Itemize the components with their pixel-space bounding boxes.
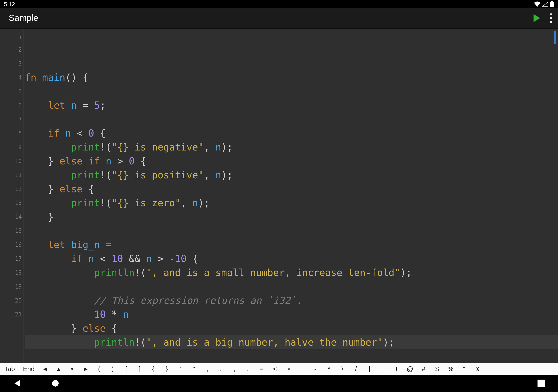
- nav-recent-button[interactable]: [538, 380, 545, 387]
- code-line[interactable]: print!("{} is positive", n);: [25, 168, 558, 182]
- line-number: 16: [0, 238, 22, 252]
- symbol-key[interactable]: }: [160, 363, 174, 375]
- run-button[interactable]: [532, 13, 541, 23]
- symbol-key[interactable]: @: [403, 363, 417, 375]
- symbol-key[interactable]: :: [241, 363, 255, 375]
- symbol-key[interactable]: |: [363, 363, 376, 375]
- symbol-key[interactable]: {: [147, 363, 160, 375]
- code-line[interactable]: fn main() {: [25, 71, 558, 85]
- svg-rect-1: [551, 1, 553, 2]
- code-line[interactable]: if n < 0 {: [25, 126, 558, 140]
- line-number: 6: [0, 98, 22, 112]
- line-number: 1: [0, 29, 22, 43]
- line-number: 5: [0, 85, 22, 98]
- line-number: 17: [0, 252, 22, 266]
- code-line[interactable]: [25, 349, 558, 363]
- symbol-key[interactable]: *: [322, 363, 336, 375]
- symbol-key[interactable]: >: [282, 363, 295, 375]
- code-line[interactable]: }: [25, 210, 558, 224]
- line-number: 20: [0, 294, 22, 307]
- symbol-key[interactable]: .: [214, 363, 227, 375]
- scroll-indicator[interactable]: [554, 31, 556, 44]
- symbol-key[interactable]: ): [106, 363, 119, 375]
- nav-back-button[interactable]: [13, 379, 21, 387]
- code-line[interactable]: } else {: [25, 182, 558, 196]
- symbol-key[interactable]: #: [417, 363, 430, 375]
- code-line[interactable]: println!(", and is a big number, halve t…: [25, 335, 558, 349]
- status-time: 5:12: [4, 1, 15, 8]
- line-number: 14: [0, 210, 22, 224]
- line-number: 4: [0, 71, 22, 85]
- line-number: 21: [0, 307, 22, 321]
- code-line[interactable]: [25, 112, 558, 126]
- line-number: 11: [0, 168, 22, 182]
- code-line[interactable]: // This expression returns an `i32`.: [25, 294, 558, 307]
- code-line[interactable]: [25, 85, 558, 98]
- symbol-key[interactable]: ": [187, 363, 201, 375]
- symbol-key[interactable]: /: [349, 363, 363, 375]
- line-number: 13: [0, 196, 22, 210]
- symbol-key[interactable]: %: [444, 363, 457, 375]
- battery-icon: [550, 1, 554, 7]
- symbol-key[interactable]: ▲: [52, 363, 65, 375]
- wifi-icon: [534, 1, 541, 7]
- symbol-key[interactable]: (: [92, 363, 106, 375]
- code-line[interactable]: print!("{} is negative", n);: [25, 140, 558, 154]
- status-bar: 5:12: [0, 0, 558, 8]
- line-number: 2: [0, 43, 22, 57]
- line-number: 9: [0, 140, 22, 154]
- symbol-key[interactable]: !: [390, 363, 403, 375]
- line-number: 3: [0, 57, 22, 71]
- symbol-key[interactable]: ◀: [38, 363, 52, 375]
- app-title: Sample: [9, 13, 38, 23]
- code-line[interactable]: [25, 224, 558, 238]
- end-key[interactable]: End: [19, 363, 38, 375]
- symbol-key[interactable]: _: [376, 363, 390, 375]
- symbol-keyboard-row: TabEnd◀▲▼▶()[]{}'",.;:=<>+-*\/|_!@#$%^&: [0, 363, 558, 375]
- tab-key[interactable]: Tab: [0, 363, 19, 375]
- symbol-key[interactable]: ▶: [79, 363, 92, 375]
- line-number: 15: [0, 224, 22, 238]
- code-line[interactable]: let n = 5;: [25, 98, 558, 112]
- code-line[interactable]: } else if n > 0 {: [25, 154, 558, 168]
- line-number: 8: [0, 126, 22, 140]
- code-line[interactable]: println!(", and is a small number, incre…: [25, 266, 558, 280]
- code-line[interactable]: print!("{} is zero", n);: [25, 196, 558, 210]
- symbol-key[interactable]: +: [295, 363, 309, 375]
- symbol-key[interactable]: ': [174, 363, 187, 375]
- line-number-gutter: 123456789101112131415161718192021: [0, 29, 24, 363]
- symbol-key[interactable]: ]: [133, 363, 147, 375]
- symbol-key[interactable]: ^: [457, 363, 471, 375]
- symbol-key[interactable]: $: [430, 363, 444, 375]
- code-area[interactable]: fn main() { let n = 5; if n < 0 { print!…: [24, 29, 558, 363]
- svg-rect-0: [550, 2, 554, 7]
- code-line[interactable]: if n < 10 && n > -10 {: [25, 252, 558, 266]
- signal-icon: [542, 1, 549, 7]
- symbol-key[interactable]: ;: [227, 363, 241, 375]
- app-bar: Sample: [0, 8, 558, 28]
- symbol-key[interactable]: =: [255, 363, 268, 375]
- symbol-key[interactable]: <: [268, 363, 282, 375]
- symbol-key[interactable]: \: [336, 363, 349, 375]
- code-editor[interactable]: 123456789101112131415161718192021 fn mai…: [0, 28, 558, 363]
- code-line[interactable]: } else {: [25, 321, 558, 335]
- symbol-key[interactable]: &: [471, 363, 484, 375]
- symbol-key[interactable]: ▼: [65, 363, 79, 375]
- nav-home-button[interactable]: [52, 379, 59, 387]
- symbol-key[interactable]: ,: [201, 363, 214, 375]
- line-number: 18: [0, 266, 22, 280]
- symbol-key[interactable]: -: [309, 363, 322, 375]
- code-line[interactable]: [25, 280, 558, 294]
- svg-point-2: [52, 380, 59, 387]
- line-number: 10: [0, 154, 22, 168]
- code-line[interactable]: let big_n =: [25, 238, 558, 252]
- line-number: 12: [0, 182, 22, 196]
- line-number: 19: [0, 280, 22, 294]
- code-line[interactable]: 10 * n: [25, 307, 558, 321]
- android-nav-bar: [0, 375, 558, 392]
- overflow-menu-button[interactable]: [550, 13, 552, 23]
- symbol-key[interactable]: [: [119, 363, 133, 375]
- status-icons: [534, 1, 554, 7]
- line-number: 7: [0, 112, 22, 126]
